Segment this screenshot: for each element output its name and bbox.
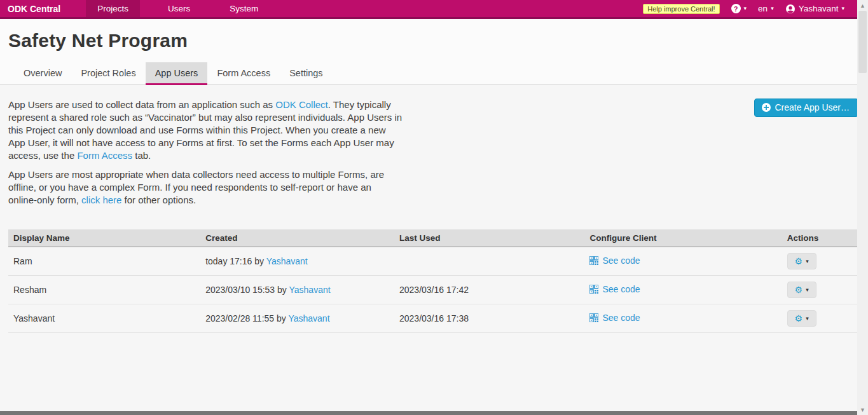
created-by-link[interactable]: Yashavant — [288, 313, 329, 323]
created-text: today 17:16 by — [205, 256, 266, 266]
scroll-down-arrow-icon[interactable]: ▼ — [857, 404, 868, 415]
table-row: Yashavant 2023/02/28 11:55 by Yashavant … — [8, 304, 858, 333]
create-app-user-button[interactable]: Create App User… — [754, 99, 859, 117]
last-used-cell — [394, 247, 584, 276]
create-app-user-label: Create App User… — [775, 102, 850, 112]
brand-odk-central[interactable]: ODK Central — [0, 0, 68, 17]
column-created: Created — [200, 229, 394, 247]
see-code-link[interactable]: See code — [589, 284, 640, 294]
nav-items: Projects Users System — [86, 0, 286, 17]
see-code-label: See code — [602, 313, 640, 323]
qr-code-icon — [589, 313, 598, 322]
intro-text-segment: App Users are most appropriate when data… — [8, 169, 384, 205]
see-code-label: See code — [602, 284, 640, 294]
created-text: 2023/02/28 11:55 by — [205, 313, 288, 323]
user-account-icon — [785, 4, 796, 14]
created-by-link[interactable]: Yashavant — [289, 285, 330, 295]
chevron-down-icon: ▾ — [771, 6, 774, 11]
app-users-panel: App Users are used to collect data from … — [0, 85, 868, 333]
language-dropdown[interactable]: en ▾ — [758, 4, 774, 13]
display-name-cell: Resham — [8, 276, 200, 304]
created-cell: 2023/02/28 11:55 by Yashavant — [200, 304, 394, 333]
vertical-scrollbar[interactable]: ▲ ▼ — [857, 0, 868, 415]
created-text: 2023/03/10 15:53 by — [205, 285, 289, 295]
plus-circle-icon — [762, 103, 771, 112]
qr-code-icon — [589, 256, 598, 265]
odk-collect-link[interactable]: ODK Collect — [275, 99, 328, 110]
last-used-cell: 2023/03/16 17:38 — [394, 304, 584, 333]
column-display-name: Display Name — [8, 229, 200, 247]
tab-overview[interactable]: Overview — [14, 62, 71, 85]
language-label: en — [758, 4, 768, 13]
top-navbar: ODK Central Projects Users System Help i… — [0, 0, 868, 19]
intro-text-segment: for other options. — [121, 194, 196, 205]
nav-item-projects[interactable]: Projects — [86, 0, 140, 17]
configure-client-cell: See code — [584, 304, 782, 333]
intro-paragraph-2: App Users are most appropriate when data… — [8, 168, 403, 207]
scrollbar-thumb[interactable] — [858, 11, 867, 73]
intro-text-segment: App Users are used to collect data from … — [8, 99, 275, 110]
chevron-down-icon: ▾ — [806, 259, 809, 264]
intro-row: App Users are used to collect data from … — [8, 99, 858, 213]
column-last-used: Last Used — [394, 229, 584, 247]
row-actions-dropdown-button[interactable]: ⚙ ▾ — [787, 253, 816, 269]
gear-icon: ⚙ — [795, 285, 803, 294]
see-code-link[interactable]: See code — [589, 313, 640, 323]
intro-text: App Users are used to collect data from … — [8, 99, 403, 213]
click-here-link[interactable]: click here — [81, 194, 121, 205]
navbar-right: Help improve Central! ? ▾ en ▾ Yashavant — [643, 0, 844, 17]
tab-project-roles[interactable]: Project Roles — [71, 62, 145, 85]
actions-cell: ⚙ ▾ — [782, 247, 858, 276]
form-access-link[interactable]: Form Access — [77, 150, 132, 161]
table-row: Ram today 17:16 by Yashavant — [8, 247, 858, 276]
chevron-down-icon: ▾ — [806, 316, 809, 322]
chevron-down-icon: ▾ — [841, 6, 844, 11]
see-code-label: See code — [602, 255, 640, 266]
intro-paragraph-1: App Users are used to collect data from … — [8, 99, 403, 162]
table-row: Resham 2023/03/10 15:53 by Yashavant 202… — [8, 276, 858, 304]
row-actions-dropdown-button[interactable]: ⚙ ▾ — [787, 310, 816, 327]
intro-text-segment: tab. — [132, 150, 151, 161]
app-window: ODK Central Projects Users System Help i… — [0, 0, 868, 415]
actions-cell: ⚙ ▾ — [782, 304, 858, 333]
column-actions: Actions — [782, 229, 858, 247]
help-improve-banner[interactable]: Help improve Central! — [643, 4, 719, 14]
column-configure-client: Configure Client — [584, 229, 782, 247]
user-name-label: Yashavant — [799, 4, 839, 13]
page-head: Safety Net Program Overview Project Role… — [0, 19, 868, 85]
page-title: Safety Net Program — [8, 19, 868, 51]
help-icon: ? — [731, 4, 741, 13]
configure-client-cell: See code — [584, 276, 782, 304]
scroll-up-arrow-icon[interactable]: ▲ — [857, 0, 868, 11]
help-dropdown[interactable]: ? ▾ — [731, 4, 747, 13]
table-header-row: Display Name Created Last Used Configure… — [8, 229, 858, 247]
nav-item-users[interactable]: Users — [156, 0, 202, 17]
chevron-down-icon: ▾ — [806, 287, 809, 293]
gear-icon: ⚙ — [795, 257, 803, 266]
display-name-cell: Yashavant — [8, 304, 200, 333]
app-users-table: Display Name Created Last Used Configure… — [8, 229, 858, 333]
chevron-down-icon: ▾ — [744, 6, 747, 11]
gear-icon: ⚙ — [795, 314, 803, 323]
created-by-link[interactable]: Yashavant — [266, 256, 308, 266]
see-code-link[interactable]: See code — [589, 255, 640, 266]
configure-client-cell: See code — [584, 247, 782, 276]
project-tabs: Overview Project Roles App Users Form Ac… — [8, 62, 868, 85]
window-bottom-edge — [0, 411, 857, 415]
last-used-cell: 2023/03/16 17:42 — [394, 276, 584, 304]
nav-item-system[interactable]: System — [218, 0, 270, 17]
display-name-cell: Ram — [8, 247, 200, 276]
tab-settings[interactable]: Settings — [280, 62, 332, 85]
qr-code-icon — [589, 285, 598, 294]
created-cell: today 17:16 by Yashavant — [200, 247, 394, 276]
tab-form-access[interactable]: Form Access — [207, 62, 280, 85]
created-cell: 2023/03/10 15:53 by Yashavant — [200, 276, 394, 304]
user-dropdown[interactable]: Yashavant ▾ — [785, 4, 844, 14]
tab-app-users[interactable]: App Users — [146, 62, 208, 85]
row-actions-dropdown-button[interactable]: ⚙ ▾ — [787, 282, 816, 298]
actions-cell: ⚙ ▾ — [782, 276, 858, 304]
